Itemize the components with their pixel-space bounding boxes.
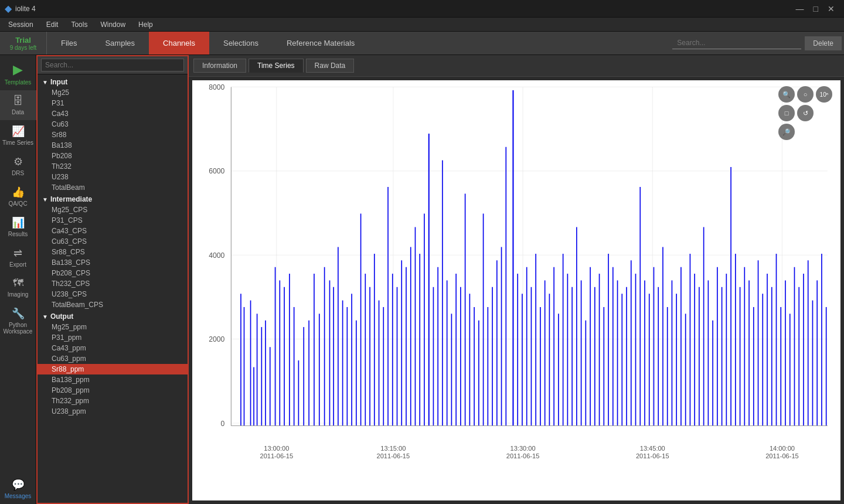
sidebar-item-templates[interactable]: ▶ Templates	[0, 57, 36, 90]
tab-channels[interactable]: Channels	[149, 32, 209, 55]
sidebar-item-imaging[interactable]: 🗺 Imaging	[0, 273, 36, 302]
tree-item-totalbeam[interactable]: TotalBeam	[38, 182, 188, 193]
menu-tools[interactable]: Tools	[65, 19, 93, 30]
tree-item-cu63[interactable]: Cu63	[38, 119, 188, 130]
tree-item-sr88-cps[interactable]: Sr88_CPS	[38, 247, 188, 257]
tree-item-p31[interactable]: P31	[38, 98, 188, 108]
export-icon: ⇌	[13, 247, 22, 260]
search-delete-bar: Delete	[672, 32, 844, 55]
tree-item-ba138-cps[interactable]: Ba138_CPS	[38, 257, 188, 268]
tree-item-mg25-cps[interactable]: Mg25_CPS	[38, 205, 188, 215]
sidebar-item-python-workspace[interactable]: 🔧 Python Workspace	[0, 302, 36, 339]
tab-time-series[interactable]: Time Series	[249, 59, 304, 73]
imaging-label: Imaging	[8, 291, 29, 298]
sidebar-item-export[interactable]: ⇌ Export	[0, 242, 36, 273]
app-title: iolite 4	[15, 5, 791, 13]
circle-select-button[interactable]: ○	[797, 86, 814, 103]
menu-session[interactable]: Session	[2, 19, 39, 30]
main-layout: Trial 9 days left Files Samples Channels…	[0, 32, 844, 504]
tab-files[interactable]: Files	[47, 32, 91, 55]
templates-label: Templates	[5, 79, 32, 86]
tree-item-u238-ppm[interactable]: U238_ppm	[38, 406, 188, 417]
minimize-button[interactable]: —	[791, 4, 809, 13]
group-input-header[interactable]: ▼ Input	[38, 77, 188, 87]
chart-area: 🔍 ○ 10ⁿ □ ↺ 🔎	[192, 80, 840, 500]
templates-icon: ▶	[13, 62, 23, 77]
sidebar-item-data[interactable]: 🗄 Data	[0, 90, 36, 120]
tree-item-sr88[interactable]: Sr88	[38, 130, 188, 140]
qaqc-label: QA/QC	[8, 200, 27, 207]
tree-item-pb208[interactable]: Pb208	[38, 151, 188, 161]
sidebar-item-drs[interactable]: ⚙ DRS	[0, 151, 36, 181]
zoom-in-button[interactable]: 🔍	[778, 86, 795, 103]
export-label: Export	[9, 261, 26, 268]
nav-tabs: Files Samples Channels Selections Refere…	[47, 32, 672, 55]
sidebar-item-time-series[interactable]: 📈 Time Series	[0, 120, 36, 151]
svg-text:13:00:00: 13:00:00	[264, 445, 289, 452]
imaging-icon: 🗺	[13, 277, 23, 290]
sidebar-item-qaqc[interactable]: 👍 QA/QC	[0, 181, 36, 212]
tree-item-ca43[interactable]: Ca43	[38, 108, 188, 119]
tree-item-th232[interactable]: Th232	[38, 161, 188, 172]
svg-text:14:00:00: 14:00:00	[770, 445, 795, 452]
input-arrow-icon: ▼	[42, 79, 48, 86]
python-workspace-label: Python Workspace	[2, 322, 34, 335]
tab-samples[interactable]: Samples	[91, 32, 149, 55]
tree-item-ca43-ppm[interactable]: Ca43_ppm	[38, 343, 188, 353]
messages-icon: 💬	[12, 478, 25, 491]
svg-text:0: 0	[221, 419, 225, 427]
tree-item-th232-ppm[interactable]: Th232_ppm	[38, 396, 188, 406]
tree-item-ba138-ppm[interactable]: Ba138_ppm	[38, 374, 188, 385]
group-output-label: Output	[50, 312, 73, 321]
log-scale-button[interactable]: 10ⁿ	[816, 86, 832, 103]
tree-item-p31-ppm[interactable]: P31_ppm	[38, 332, 188, 343]
channel-search-input[interactable]	[41, 59, 184, 71]
chart-tools: 🔍 ○ 10ⁿ □ ↺ 🔎	[778, 86, 832, 140]
tree-item-p31-cps[interactable]: P31_CPS	[38, 215, 188, 226]
tab-reference-materials[interactable]: Reference Materials	[273, 32, 369, 55]
tree-item-ba138[interactable]: Ba138	[38, 140, 188, 151]
sidebar-item-messages[interactable]: 💬 Messages	[0, 474, 36, 504]
search-input[interactable]	[672, 37, 801, 49]
tree-item-u238-cps[interactable]: U238_CPS	[38, 289, 188, 299]
tab-information[interactable]: Information	[193, 59, 246, 73]
tree-item-pb208-cps[interactable]: Pb208_CPS	[38, 268, 188, 278]
tree-item-sr88-ppm[interactable]: Sr88_ppm	[38, 364, 188, 374]
channel-tree-panel: ▼ Input Mg25 P31 Ca43 Cu63 Sr88 Ba138 Pb…	[36, 55, 189, 504]
channel-tree: ▼ Input Mg25 P31 Ca43 Cu63 Sr88 Ba138 Pb…	[38, 74, 188, 503]
svg-text:13:45:00: 13:45:00	[640, 445, 665, 452]
tree-item-ca43-cps[interactable]: Ca43_CPS	[38, 226, 188, 236]
results-icon: 📊	[12, 216, 25, 229]
tree-item-cu63-cps[interactable]: Cu63_CPS	[38, 236, 188, 247]
tree-item-th232-cps[interactable]: Th232_CPS	[38, 278, 188, 289]
rect-select-button[interactable]: □	[778, 105, 795, 121]
titlebar: ◆ iolite 4 — □ ✕	[0, 0, 844, 18]
content-area: ▶ Templates 🗄 Data 📈 Time Series ⚙ DRS 👍…	[0, 55, 844, 504]
sidebar-item-results[interactable]: 📊 Results	[0, 212, 36, 242]
tree-item-mg25-ppm[interactable]: Mg25_ppm	[38, 322, 188, 332]
group-intermediate-header[interactable]: ▼ Intermediate	[38, 194, 188, 205]
svg-text:2011-06-15: 2011-06-15	[377, 452, 410, 459]
tab-selections[interactable]: Selections	[209, 32, 273, 55]
main-content: Information Time Series Raw Data 🔍 ○ 10ⁿ…	[189, 55, 844, 504]
zoom-fit-button[interactable]: 🔎	[778, 124, 795, 140]
group-output-header[interactable]: ▼ Output	[38, 311, 188, 322]
data-label: Data	[12, 109, 24, 115]
menu-edit[interactable]: Edit	[40, 19, 64, 30]
tree-item-mg25[interactable]: Mg25	[38, 87, 188, 98]
menu-window[interactable]: Window	[94, 19, 131, 30]
intermediate-arrow-icon: ▼	[42, 196, 48, 203]
tree-item-pb208-ppm[interactable]: Pb208_ppm	[38, 385, 188, 396]
tree-item-cu63-ppm[interactable]: Cu63_ppm	[38, 353, 188, 364]
maximize-button[interactable]: □	[809, 4, 823, 13]
menubar: Session Edit Tools Window Help	[0, 18, 844, 32]
tree-item-u238[interactable]: U238	[38, 172, 188, 182]
messages-label: Messages	[5, 493, 32, 499]
svg-text:2011-06-15: 2011-06-15	[260, 452, 293, 459]
menu-help[interactable]: Help	[132, 19, 159, 30]
tree-item-totalbeam-cps[interactable]: TotalBeam_CPS	[38, 299, 188, 310]
close-button[interactable]: ✕	[823, 4, 839, 13]
reset-button[interactable]: ↺	[797, 105, 814, 121]
delete-button[interactable]: Delete	[805, 36, 842, 50]
tab-raw-data[interactable]: Raw Data	[306, 59, 355, 73]
